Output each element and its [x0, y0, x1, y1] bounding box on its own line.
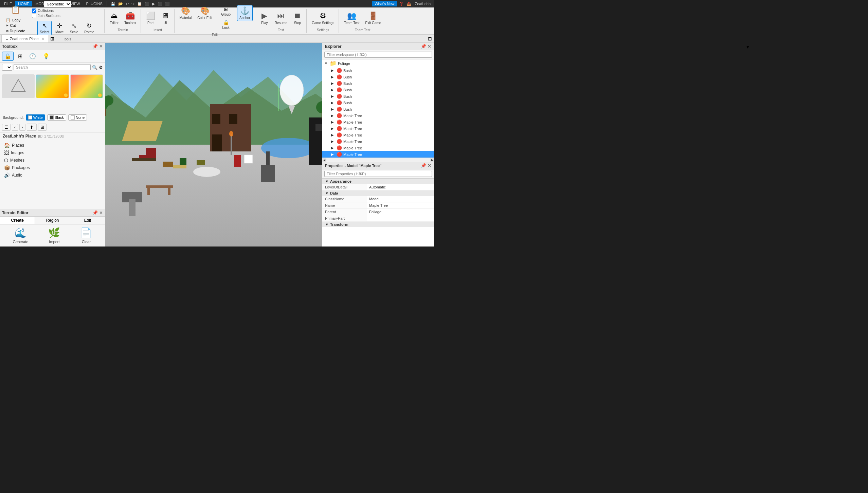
lock-button[interactable]: 🔒 Lock [216, 18, 236, 31]
explorer-item-bush-2[interactable]: ▶ 🔴 Bush [322, 74, 434, 80]
explorer-item-bush-5[interactable]: ▶ 🔴 Bush [322, 93, 434, 99]
asset-item-sky[interactable] [36, 74, 69, 98]
asset-item-mesh[interactable] [2, 74, 35, 98]
anchor-button[interactable]: ⚓ Anchor [237, 5, 253, 21]
properties-pin-button[interactable]: 📌 [421, 163, 426, 168]
bush-2-chevron[interactable]: ▶ [331, 75, 335, 79]
explorer-item-maple-3[interactable]: ▶ 🔴 Maple Tree [322, 125, 434, 132]
editor-button[interactable]: ⛰ Editor [107, 10, 121, 26]
menu-btn2[interactable]: ▶ [151, 1, 156, 6]
generate-tool[interactable]: 🌊 Generate [13, 227, 29, 244]
tree-item-audio[interactable]: 🔊 Audio [0, 171, 105, 179]
resume-button[interactable]: ⏭ Resume [272, 10, 290, 26]
material-button[interactable]: 🎨 Material [177, 5, 194, 21]
stop-button[interactable]: ⏹ Stop [291, 10, 304, 26]
appearance-chevron[interactable]: ▼ [325, 179, 329, 183]
menu-btn4[interactable]: ⬛ [164, 1, 171, 6]
paste-button[interactable]: 📋 [4, 3, 27, 17]
clear-tool[interactable]: 📄 Clear [80, 227, 92, 244]
toolbox-close-button[interactable]: ✕ [99, 44, 103, 49]
transform-chevron[interactable]: ▼ [325, 222, 329, 226]
join-surfaces-checkbox[interactable] [32, 14, 36, 18]
terrain-tab-create[interactable]: Create [0, 217, 35, 224]
data-section[interactable]: ▼ Data [322, 190, 434, 196]
toolbox-category-select[interactable]: Models [2, 64, 12, 71]
maple-4-chevron[interactable]: ▶ [331, 133, 335, 137]
toolbox-tab-recent[interactable]: 🕐 [27, 52, 38, 61]
explorer-item-maple-selected[interactable]: ▶ 🔴 Maple Tree [322, 151, 434, 158]
scale-button[interactable]: ⤡ Scale [67, 21, 81, 35]
maple-5-chevron[interactable]: ▶ [331, 140, 335, 143]
explorer-item-maple-2[interactable]: ▶ 🔴 Maple Tree [322, 119, 434, 125]
toolbox-tab-inventory[interactable]: 💡 [40, 52, 52, 61]
group-button[interactable]: ⊞ Group [216, 5, 236, 18]
data-chevron[interactable]: ▼ [325, 191, 329, 195]
explorer-filter-input[interactable] [324, 52, 432, 58]
maple-1-chevron[interactable]: ▶ [331, 114, 335, 117]
terrain-tab-edit[interactable]: Edit [70, 217, 105, 224]
explorer-item-bush-6[interactable]: ▶ 🔴 Bush [322, 99, 434, 106]
explorer-close-button[interactable]: ✕ [428, 44, 431, 49]
explorer-item-maple-5[interactable]: ▶ 🔴 Maple Tree [322, 138, 434, 145]
properties-filter-input[interactable] [324, 171, 432, 177]
tree-item-images[interactable]: 🖼 Images [0, 149, 105, 157]
terrain-tab-region[interactable]: Region [35, 217, 70, 224]
explorer-item-bush-1[interactable]: ▶ 🔴 Bush [322, 67, 434, 74]
color-button[interactable]: 🎨 Color Edit [195, 5, 215, 21]
viewport-scene[interactable]: Y [105, 43, 322, 246]
toolbox-search-button[interactable]: 🔍 [92, 65, 97, 70]
foliage-chevron[interactable]: ▼ [324, 61, 328, 65]
viewport-tab[interactable]: ☁ ZeatLohh's Place ✕ [1, 35, 48, 42]
play-button[interactable]: ▶ Play [258, 10, 271, 26]
maple-2-chevron[interactable]: ▶ [331, 120, 335, 124]
hamburger-button[interactable]: ☰ [2, 124, 11, 131]
bush-1-chevron[interactable]: ▶ [331, 69, 335, 72]
terrain-editor-pin-button[interactable]: 📌 [92, 210, 98, 215]
toolbox-tab-lock[interactable]: 🔒 [2, 52, 14, 61]
part-button[interactable]: ⬜ Part [144, 10, 158, 26]
explorer-item-foliage[interactable]: ▼ 📁 Foliage [322, 59, 434, 67]
toolbox-tab-grid[interactable]: ⊞ [16, 52, 25, 61]
menu-save-btn[interactable]: 💾 [110, 1, 116, 6]
explorer-item-maple-1[interactable]: ▶ 🔴 Maple Tree [322, 112, 434, 119]
menu-redo-btn[interactable]: ↪ [130, 1, 135, 6]
ui-button[interactable]: 🖥 UI [159, 10, 172, 26]
help-icon[interactable]: ❓ [398, 1, 405, 6]
share-icon[interactable]: 📤 [405, 1, 412, 6]
tree-item-meshes[interactable]: ⬡ Meshes [0, 157, 105, 164]
maple-3-chevron[interactable]: ▶ [331, 127, 335, 130]
menu-btn1[interactable]: ⬛ [144, 1, 150, 6]
tree-item-packages[interactable]: 📦 Packages [0, 164, 105, 171]
asset-item-sunset[interactable] [70, 74, 103, 98]
level-of-detail-value[interactable]: Automatic [366, 184, 434, 190]
mode-select[interactable]: Geometric Physical [44, 1, 71, 7]
whats-new-button[interactable]: What's New [372, 1, 397, 6]
import-tool[interactable]: 🌿 Import [48, 227, 60, 244]
explorer-scroll-right[interactable]: ▶ [430, 158, 434, 162]
toolbox-pin-button[interactable]: 📌 [92, 44, 98, 49]
bush-6-chevron[interactable]: ▶ [331, 101, 335, 105]
grid-view-button[interactable]: ⊞ [38, 124, 47, 131]
bg-black-button[interactable]: Black [47, 114, 66, 121]
properties-close-button[interactable]: ✕ [428, 163, 431, 168]
appearance-section[interactable]: ▼ Appearance [322, 179, 434, 184]
maple-6-chevron[interactable]: ▶ [331, 146, 335, 150]
upload-button[interactable]: ⬆ [27, 124, 37, 131]
collisions-checkbox[interactable] [32, 8, 36, 13]
add-tab-button[interactable]: ⊞ [48, 35, 56, 42]
primarypart-value[interactable] [366, 215, 434, 221]
copy-button[interactable]: 📋 Copy [4, 18, 27, 23]
explorer-item-bush-7[interactable]: ▶ 🔴 Bush [322, 106, 434, 112]
explorer-item-bush-3[interactable]: ▶ 🔴 Bush [322, 80, 434, 87]
name-prop-value[interactable]: Maple Tree [366, 202, 434, 208]
menu-btn3[interactable]: ⬛ [157, 1, 163, 6]
maple-selected-chevron[interactable]: ▶ [331, 152, 335, 156]
viewport[interactable]: Y [105, 43, 322, 246]
menu-publish-btn[interactable]: 📋 [136, 1, 143, 6]
cut-button[interactable]: ✂ Cut [4, 23, 27, 28]
toolbox-button[interactable]: 🧰 Toolbox [122, 10, 138, 26]
tab-close-button[interactable]: ✕ [41, 37, 44, 41]
maximize-tab-button[interactable]: ⊡ [426, 35, 434, 42]
toolbox-filter-button[interactable]: ⚙ [99, 65, 103, 70]
bush-4-chevron[interactable]: ▶ [331, 88, 335, 92]
